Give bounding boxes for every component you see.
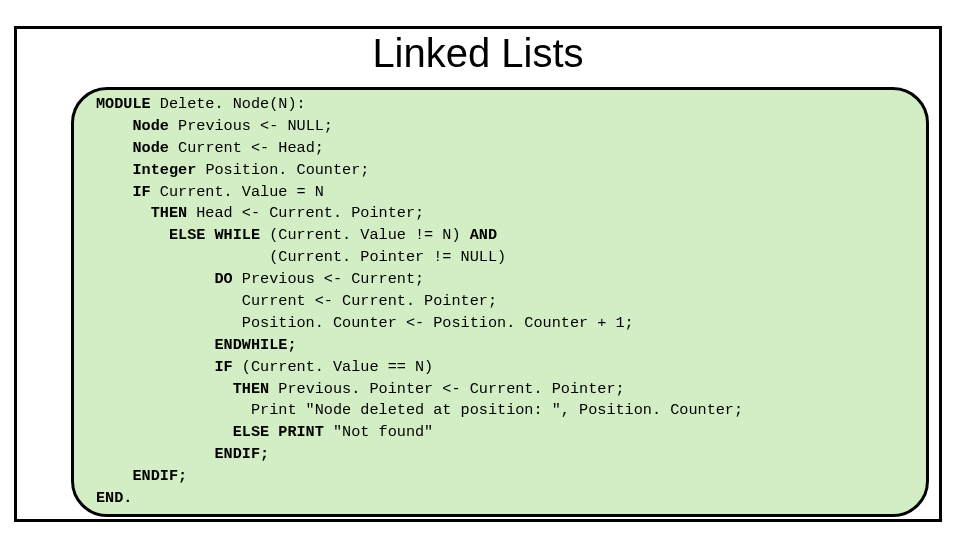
kw-else-print: ELSE PRINT <box>96 423 324 441</box>
code-text: Position. Counter; <box>196 161 369 179</box>
code-text: Print "Node deleted at position: ", Posi… <box>96 401 743 419</box>
kw-if: IF <box>96 183 151 201</box>
kw-and: AND <box>470 226 497 244</box>
code-text: (Current. Value == N) <box>233 358 434 376</box>
code-text: Current <- Head; <box>169 139 324 157</box>
kw-if: IF <box>96 358 233 376</box>
kw-module: MODULE <box>96 95 151 113</box>
code-text: Current <- Current. Pointer; <box>96 292 497 310</box>
code-text: Head <- Current. Pointer; <box>187 204 424 222</box>
kw-then: THEN <box>96 380 269 398</box>
code-text: Delete. Node(N): <box>151 95 306 113</box>
kw-then: THEN <box>96 204 187 222</box>
slide-frame: Linked Lists MODULE Delete. Node(N): Nod… <box>14 26 942 522</box>
code-text: Current. Value = N <box>151 183 324 201</box>
code-text: Previous. Pointer <- Current. Pointer; <box>269 380 624 398</box>
code-text: Position. Counter <- Position. Counter +… <box>96 314 634 332</box>
code-panel: MODULE Delete. Node(N): Node Previous <-… <box>71 87 929 517</box>
kw-end: END. <box>96 489 132 507</box>
code-text: (Current. Value != N) <box>260 226 470 244</box>
kw-node: Node <box>96 139 169 157</box>
kw-endif: ENDIF; <box>96 467 187 485</box>
kw-integer: Integer <box>96 161 196 179</box>
pseudocode-block: MODULE Delete. Node(N): Node Previous <-… <box>96 94 910 510</box>
code-text: Previous <- Current; <box>233 270 424 288</box>
slide-title: Linked Lists <box>17 31 939 76</box>
code-text: "Not found" <box>324 423 433 441</box>
kw-endwhile: ENDWHILE; <box>96 336 297 354</box>
kw-else-while: ELSE WHILE <box>96 226 260 244</box>
code-text: (Current. Pointer != NULL) <box>96 248 506 266</box>
kw-do: DO <box>96 270 233 288</box>
kw-endif: ENDIF; <box>96 445 269 463</box>
code-text: Previous <- NULL; <box>169 117 333 135</box>
kw-node: Node <box>96 117 169 135</box>
